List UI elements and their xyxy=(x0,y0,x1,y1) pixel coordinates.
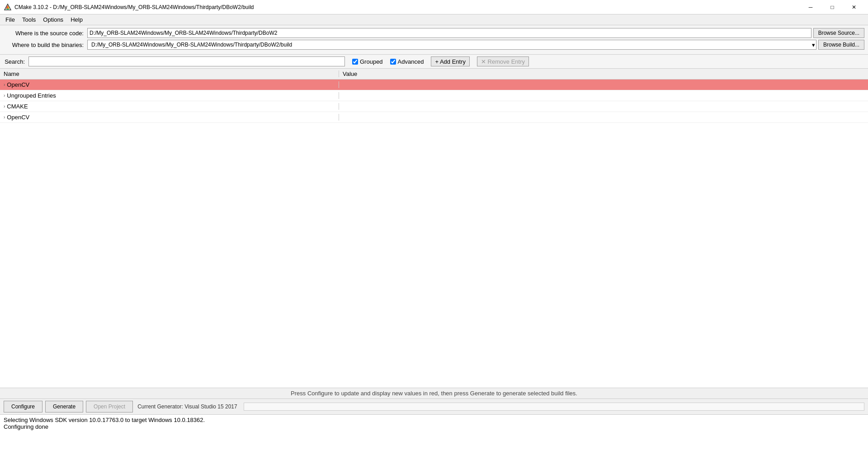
row-name-3: › OpenCV xyxy=(0,114,339,121)
app-icon xyxy=(4,3,12,11)
log-area: Selecting Windows SDK version 10.0.17763… xyxy=(0,414,868,464)
source-label: Where is the source code: xyxy=(4,30,87,37)
table-area: Name Value › OpenCV › Ungrouped Entries … xyxy=(0,69,868,388)
open-project-button[interactable]: Open Project xyxy=(86,401,133,412)
title-bar: CMake 3.10.2 - D:/My_ORB-SLAM24Windows/M… xyxy=(0,0,868,14)
browse-build-button[interactable]: Browse Build... xyxy=(818,40,864,50)
maximize-button[interactable]: □ xyxy=(822,0,843,14)
row-name-label-3: OpenCV xyxy=(7,114,29,121)
form-area: Where is the source code: Browse Source.… xyxy=(0,25,868,55)
table-row[interactable]: › CMAKE xyxy=(0,101,868,112)
search-label: Search: xyxy=(4,58,28,65)
menu-file[interactable]: File xyxy=(2,15,19,25)
bottom-controls: Configure Generate Open Project Current … xyxy=(0,398,868,414)
search-options: Grouped Advanced + Add Entry ✕ Remove En… xyxy=(352,56,529,66)
log-line-0: Selecting Windows SDK version 10.0.17763… xyxy=(4,417,864,423)
source-row: Where is the source code: Browse Source.… xyxy=(4,28,864,38)
status-message: Press Configure to update and display ne… xyxy=(291,390,577,397)
search-row: Search: Grouped Advanced + Add Entry ✕ R… xyxy=(0,55,868,69)
build-row: Where to build the binaries: D:/My_ORB-S… xyxy=(4,40,864,50)
menu-help[interactable]: Help xyxy=(67,15,86,25)
row-name-0: › OpenCV xyxy=(0,81,339,88)
main-content: Where is the source code: Browse Source.… xyxy=(0,25,868,464)
add-entry-button[interactable]: + Add Entry xyxy=(431,56,470,66)
status-bar: Press Configure to update and display ne… xyxy=(0,388,868,398)
advanced-checkbox[interactable] xyxy=(390,59,396,65)
menu-options[interactable]: Options xyxy=(39,15,67,25)
build-input[interactable]: D:/My_ORB-SLAM24Windows/My_ORB-SLAM24Win… xyxy=(90,40,814,49)
window-controls: ─ □ ✕ xyxy=(800,0,864,14)
generate-button[interactable]: Generate xyxy=(45,401,83,412)
table-row[interactable]: › OpenCV xyxy=(0,112,868,123)
minimize-button[interactable]: ─ xyxy=(800,0,821,14)
window-title: CMake 3.10.2 - D:/My_ORB-SLAM24Windows/M… xyxy=(14,4,800,10)
log-line-1: Configuring done xyxy=(4,423,864,430)
advanced-label: Advanced xyxy=(398,58,424,65)
generator-label: Current Generator: Visual Studio 15 2017 xyxy=(137,403,237,410)
remove-entry-button[interactable]: ✕ Remove Entry xyxy=(477,56,529,66)
configure-button[interactable]: Configure xyxy=(4,401,42,412)
table-row[interactable]: › Ungrouped Entries xyxy=(0,90,868,101)
row-name-label-2: CMAKE xyxy=(7,103,28,110)
table-header: Name Value xyxy=(0,69,868,80)
close-button[interactable]: ✕ xyxy=(844,0,864,14)
row-name-2: › CMAKE xyxy=(0,103,339,110)
grouped-checkbox-label[interactable]: Grouped xyxy=(352,58,383,65)
row-name-label-0: OpenCV xyxy=(7,81,29,88)
source-input[interactable] xyxy=(87,28,811,38)
chevron-icon: › xyxy=(4,115,5,120)
chevron-icon: › xyxy=(4,104,5,109)
row-name-label-1: Ungrouped Entries xyxy=(7,92,56,99)
search-input[interactable] xyxy=(28,56,345,66)
build-label: Where to build the binaries: xyxy=(4,42,87,48)
col-value-header: Value xyxy=(339,70,868,77)
browse-source-button[interactable]: Browse Source... xyxy=(813,28,864,38)
menu-tools[interactable]: Tools xyxy=(19,15,39,25)
grouped-label: Grouped xyxy=(360,58,383,65)
progress-bar xyxy=(244,403,864,411)
grouped-checkbox[interactable] xyxy=(352,59,358,65)
chevron-icon: › xyxy=(4,82,5,87)
chevron-icon: › xyxy=(4,93,5,98)
advanced-checkbox-label[interactable]: Advanced xyxy=(390,58,424,65)
row-name-1: › Ungrouped Entries xyxy=(0,92,339,99)
col-name-header: Name xyxy=(0,70,339,77)
menu-bar: File Tools Options Help xyxy=(0,14,868,25)
table-row[interactable]: › OpenCV xyxy=(0,80,868,90)
